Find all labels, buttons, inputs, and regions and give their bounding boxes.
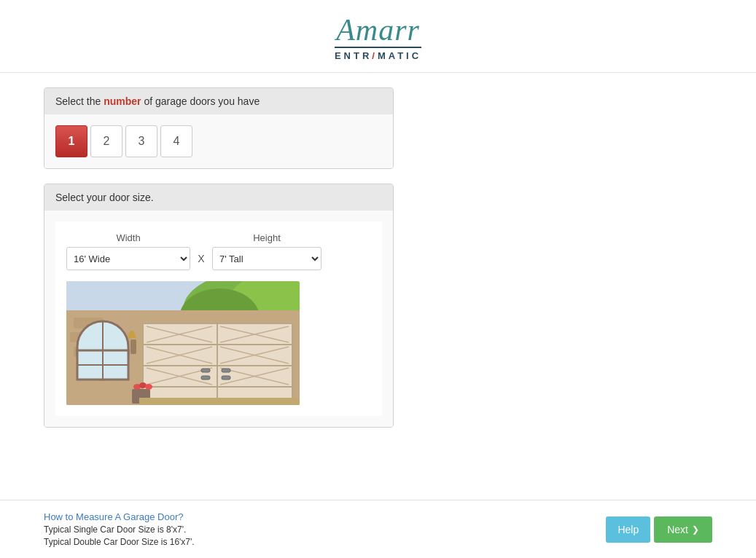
header-prefix: Select the — [55, 95, 104, 107]
svg-rect-16 — [130, 339, 136, 354]
height-label: Height — [212, 232, 322, 243]
garage-count-header: Select the number of garage doors you ha… — [44, 88, 393, 114]
number-selector: 1 2 3 4 — [55, 125, 382, 157]
svg-rect-36 — [222, 369, 230, 372]
page-header: Amarr ENTR/MATIC — [0, 0, 756, 73]
door-size-body: Width Height 9' Wide 16' Wide 18' Wide 2… — [44, 211, 393, 427]
logo-subtitle: ENTR/MATIC — [335, 47, 421, 61]
logo-main-text: Amarr — [335, 15, 421, 45]
x-divider: X — [194, 253, 209, 264]
num-btn-1[interactable]: 1 — [55, 125, 87, 157]
main-content: Select the number of garage doors you ha… — [0, 73, 437, 457]
svg-rect-43 — [139, 398, 300, 405]
svg-rect-35 — [201, 369, 210, 372]
header-highlight: number — [104, 95, 141, 107]
door-size-panel: Select your door size. Width Height 9' W… — [44, 184, 394, 428]
height-select[interactable]: 7' Tall 8' Tall 9' Tall — [212, 247, 322, 270]
width-select[interactable]: 9' Wide 16' Wide 18' Wide 20' Wide — [66, 247, 190, 270]
num-btn-2[interactable]: 2 — [90, 125, 122, 157]
svg-rect-37 — [201, 376, 210, 380]
svg-point-42 — [145, 384, 152, 390]
logo: Amarr ENTR/MATIC — [335, 15, 421, 61]
door-size-section: Width Height 9' Wide 16' Wide 18' Wide 2… — [55, 221, 382, 416]
door-size-header: Select your door size. — [44, 184, 393, 211]
header-suffix: of garage doors you have — [141, 95, 260, 107]
num-btn-4[interactable]: 4 — [160, 125, 192, 157]
svg-rect-38 — [222, 376, 230, 380]
x-spacer — [190, 232, 212, 243]
door-image — [66, 281, 300, 405]
garage-count-panel: Select the number of garage doors you ha… — [44, 87, 394, 169]
size-controls: 9' Wide 16' Wide 18' Wide 20' Wide X 7' … — [66, 247, 371, 270]
num-btn-3[interactable]: 3 — [125, 125, 157, 157]
width-label: Width — [66, 232, 190, 243]
size-labels: Width Height — [66, 232, 371, 243]
garage-count-body: 1 2 3 4 — [44, 114, 393, 168]
